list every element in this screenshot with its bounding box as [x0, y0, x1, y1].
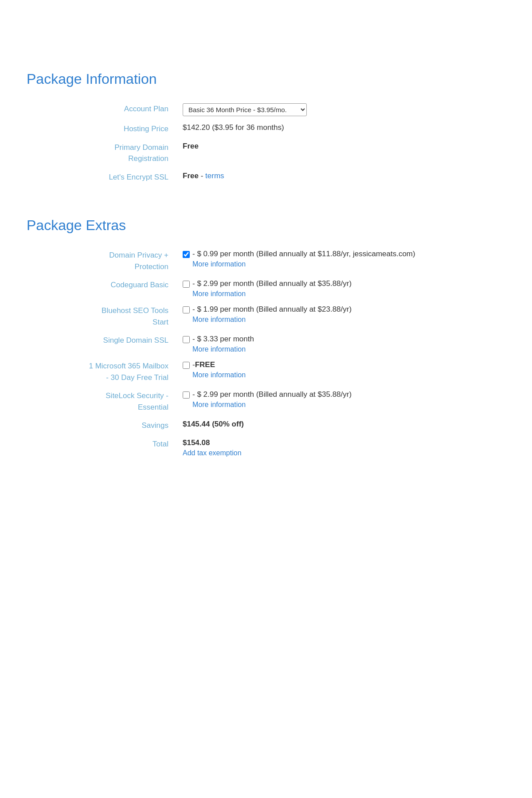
- microsoft365-price: -FREE: [192, 360, 246, 369]
- codeguard-more-info[interactable]: More information: [192, 290, 352, 298]
- package-extras-section: Package Extras Domain Privacy +Protectio…: [27, 217, 505, 461]
- primary-domain-row: Primary DomainRegistration Free: [27, 138, 505, 168]
- seo-tools-more-info[interactable]: More information: [192, 316, 352, 324]
- package-extras-title: Package Extras: [27, 217, 505, 234]
- seo-tools-row: Bluehost SEO ToolsStart - $ 1.99 per mon…: [27, 301, 505, 331]
- savings-amount: $145.44 (50% off): [183, 420, 244, 428]
- codeguard-content: - $ 2.99 per month (Billed annually at $…: [192, 279, 352, 298]
- account-plan-value: Basic 36 Month Price - $3.95/mo. Basic 1…: [177, 100, 505, 120]
- codeguard-checkbox[interactable]: [183, 281, 190, 288]
- domain-privacy-row: Domain Privacy +Protection - $ 0.99 per …: [27, 246, 505, 276]
- package-extras-table: Domain Privacy +Protection - $ 0.99 per …: [27, 246, 505, 461]
- account-plan-label: Account Plan: [27, 100, 177, 120]
- microsoft365-value: -FREE More information: [177, 357, 505, 387]
- lets-encrypt-value: Free - terms: [177, 168, 505, 187]
- single-domain-ssl-row: Single Domain SSL - $ 3.33 per month Mor…: [27, 331, 505, 357]
- seo-tools-content: - $ 1.99 per month (Billed annually at $…: [192, 305, 352, 324]
- single-domain-ssl-more-info[interactable]: More information: [192, 345, 254, 353]
- sitelock-more-info[interactable]: More information: [192, 401, 352, 409]
- seo-tools-price: - $ 1.99 per month (Billed annually at $…: [192, 305, 352, 314]
- codeguard-label: Codeguard Basic: [27, 276, 177, 301]
- codeguard-price: - $ 2.99 per month (Billed annually at $…: [192, 279, 352, 288]
- sitelock-label: SiteLock Security -Essential: [27, 387, 177, 416]
- microsoft365-content: -FREE More information: [192, 360, 246, 379]
- savings-value: $145.44 (50% off): [177, 416, 505, 435]
- hosting-price-value: $142.20 ($3.95 for 36 months): [177, 120, 505, 138]
- microsoft365-more-info[interactable]: More information: [192, 371, 246, 379]
- seo-tools-label: Bluehost SEO ToolsStart: [27, 301, 177, 331]
- single-domain-ssl-checkbox-row: - $ 3.33 per month More information: [183, 335, 500, 353]
- codeguard-value: - $ 2.99 per month (Billed annually at $…: [177, 276, 505, 301]
- microsoft365-label: 1 Microsoft 365 Mailbox- 30 Day Free Tri…: [27, 357, 177, 387]
- package-information-title: Package Information: [27, 71, 505, 87]
- total-amount: $154.08: [183, 438, 210, 447]
- hosting-price-label: Hosting Price: [27, 120, 177, 138]
- microsoft365-free: FREE: [195, 360, 215, 369]
- sitelock-price: - $ 2.99 per month (Billed annually at $…: [192, 390, 352, 399]
- seo-tools-value: - $ 1.99 per month (Billed annually at $…: [177, 301, 505, 331]
- sitelock-content: - $ 2.99 per month (Billed annually at $…: [192, 390, 352, 409]
- hosting-price-row: Hosting Price $142.20 ($3.95 for 36 mont…: [27, 120, 505, 138]
- sitelock-row: SiteLock Security -Essential - $ 2.99 pe…: [27, 387, 505, 416]
- seo-tools-checkbox[interactable]: [183, 306, 190, 313]
- package-information-section: Package Information Account Plan Basic 3…: [27, 71, 505, 186]
- microsoft365-row: 1 Microsoft 365 Mailbox- 30 Day Free Tri…: [27, 357, 505, 387]
- lets-encrypt-row: Let's Encrypt SSL Free - terms: [27, 168, 505, 187]
- sitelock-checkbox[interactable]: [183, 391, 190, 399]
- microsoft365-checkbox-row: -FREE More information: [183, 360, 500, 379]
- package-information-table: Account Plan Basic 36 Month Price - $3.9…: [27, 100, 505, 186]
- domain-privacy-checkbox-row: - $ 0.99 per month (Billed annually at $…: [183, 250, 500, 268]
- single-domain-ssl-checkbox[interactable]: [183, 336, 190, 343]
- domain-privacy-label: Domain Privacy +Protection: [27, 246, 177, 276]
- single-domain-ssl-value: - $ 3.33 per month More information: [177, 331, 505, 357]
- codeguard-row: Codeguard Basic - $ 2.99 per month (Bill…: [27, 276, 505, 301]
- single-domain-ssl-content: - $ 3.33 per month More information: [192, 335, 254, 353]
- primary-domain-value: Free: [177, 138, 505, 168]
- add-tax-exemption-link[interactable]: Add tax exemption: [183, 449, 500, 457]
- domain-privacy-value: - $ 0.99 per month (Billed annually at $…: [177, 246, 505, 276]
- single-domain-ssl-price: - $ 3.33 per month: [192, 335, 254, 344]
- account-plan-select[interactable]: Basic 36 Month Price - $3.95/mo. Basic 1…: [183, 103, 307, 116]
- lets-encrypt-terms-link[interactable]: terms: [205, 172, 224, 180]
- account-plan-row: Account Plan Basic 36 Month Price - $3.9…: [27, 100, 505, 120]
- lets-encrypt-free: Free: [183, 172, 199, 180]
- total-label: Total: [27, 435, 177, 461]
- sitelock-value: - $ 2.99 per month (Billed annually at $…: [177, 387, 505, 416]
- microsoft365-checkbox[interactable]: [183, 362, 190, 369]
- domain-privacy-price: - $ 0.99 per month (Billed annually at $…: [192, 250, 415, 258]
- codeguard-checkbox-row: - $ 2.99 per month (Billed annually at $…: [183, 279, 500, 298]
- domain-privacy-checkbox[interactable]: [183, 251, 190, 258]
- domain-privacy-content: - $ 0.99 per month (Billed annually at $…: [192, 250, 415, 268]
- seo-tools-checkbox-row: - $ 1.99 per month (Billed annually at $…: [183, 305, 500, 324]
- total-value: $154.08 Add tax exemption: [177, 435, 505, 461]
- single-domain-ssl-label: Single Domain SSL: [27, 331, 177, 357]
- lets-encrypt-separator: -: [201, 172, 205, 180]
- primary-domain-free: Free: [183, 142, 199, 150]
- domain-privacy-more-info[interactable]: More information: [192, 260, 415, 268]
- primary-domain-label: Primary DomainRegistration: [27, 138, 177, 168]
- sitelock-checkbox-row: - $ 2.99 per month (Billed annually at $…: [183, 390, 500, 409]
- savings-label: Savings: [27, 416, 177, 435]
- total-row: Total $154.08 Add tax exemption: [27, 435, 505, 461]
- lets-encrypt-label: Let's Encrypt SSL: [27, 168, 177, 187]
- savings-row: Savings $145.44 (50% off): [27, 416, 505, 435]
